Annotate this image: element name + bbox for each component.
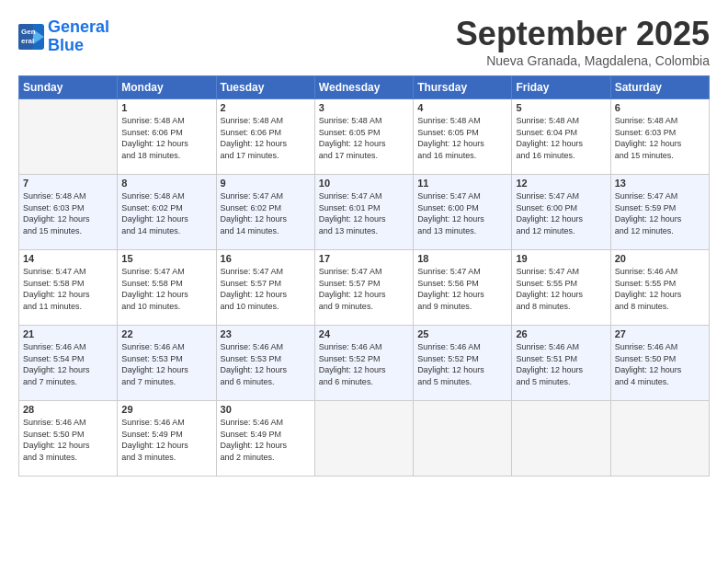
day-info: Sunrise: 5:46 AMSunset: 5:53 PMDaylight:… [221,341,311,387]
day-number: 20 [615,253,705,264]
logo-text: General Blue [48,18,109,55]
day-info: Sunrise: 5:48 AMSunset: 6:05 PMDaylight:… [417,115,507,161]
day-info: Sunrise: 5:46 AMSunset: 5:53 PMDaylight:… [121,341,211,387]
day-info: Sunrise: 5:47 AMSunset: 5:57 PMDaylight:… [221,266,311,312]
day-number: 11 [417,178,507,189]
day-info: Sunrise: 5:47 AMSunset: 5:58 PMDaylight:… [23,266,113,312]
svg-text:Gen: Gen [21,28,36,36]
day-number: 14 [23,253,113,264]
day-info: Sunrise: 5:46 AMSunset: 5:51 PMDaylight:… [516,341,606,387]
day-number: 2 [221,102,311,113]
table-row [19,99,118,175]
table-row: 30Sunrise: 5:46 AMSunset: 5:49 PMDayligh… [216,401,314,477]
table-row: 14Sunrise: 5:47 AMSunset: 5:58 PMDayligh… [19,250,118,326]
day-number: 10 [319,178,409,189]
day-number: 22 [121,328,211,339]
title-area: September 2025 Nueva Granada, Magdalena,… [456,15,710,68]
day-info: Sunrise: 5:46 AMSunset: 5:50 PMDaylight:… [23,417,113,463]
day-number: 16 [221,253,311,264]
day-info: Sunrise: 5:47 AMSunset: 6:00 PMDaylight:… [516,190,606,236]
table-row: 19Sunrise: 5:47 AMSunset: 5:55 PMDayligh… [512,250,610,326]
table-row: 5Sunrise: 5:48 AMSunset: 6:04 PMDaylight… [512,99,610,175]
day-info: Sunrise: 5:48 AMSunset: 6:02 PMDaylight:… [121,190,211,236]
day-info: Sunrise: 5:46 AMSunset: 5:54 PMDaylight:… [23,341,113,387]
table-row: 17Sunrise: 5:47 AMSunset: 5:57 PMDayligh… [314,250,413,326]
day-number: 21 [23,328,113,339]
day-number: 26 [516,328,606,339]
table-row [610,401,709,477]
header: Gen eral General Blue September 2025 Nue… [18,15,710,68]
day-info: Sunrise: 5:47 AMSunset: 6:02 PMDaylight:… [221,190,311,236]
day-info: Sunrise: 5:47 AMSunset: 5:57 PMDaylight:… [319,266,409,312]
day-info: Sunrise: 5:46 AMSunset: 5:49 PMDaylight:… [221,417,311,463]
header-saturday: Saturday [610,76,709,99]
day-number: 4 [417,102,507,113]
day-number: 9 [221,178,311,189]
table-row: 12Sunrise: 5:47 AMSunset: 6:00 PMDayligh… [512,175,610,250]
calendar-week-row: 7Sunrise: 5:48 AMSunset: 6:03 PMDaylight… [19,175,710,250]
day-number: 17 [319,253,409,264]
day-number: 6 [615,102,705,113]
day-number: 24 [319,328,409,339]
header-monday: Monday [118,76,216,99]
day-info: Sunrise: 5:46 AMSunset: 5:55 PMDaylight:… [615,266,705,312]
day-info: Sunrise: 5:47 AMSunset: 5:58 PMDaylight:… [121,266,211,312]
day-number: 28 [23,404,113,415]
table-row [414,401,512,477]
table-row: 9Sunrise: 5:47 AMSunset: 6:02 PMDaylight… [216,175,314,250]
day-number: 15 [121,253,211,264]
logo: Gen eral General Blue [18,18,109,55]
table-row: 28Sunrise: 5:46 AMSunset: 5:50 PMDayligh… [19,401,118,477]
day-number: 29 [121,404,211,415]
table-row: 27Sunrise: 5:46 AMSunset: 5:50 PMDayligh… [610,326,709,401]
month-title: September 2025 [456,15,710,53]
header-wednesday: Wednesday [314,76,413,99]
table-row: 7Sunrise: 5:48 AMSunset: 6:03 PMDaylight… [19,175,118,250]
table-row [512,401,610,477]
table-row: 29Sunrise: 5:46 AMSunset: 5:49 PMDayligh… [118,401,216,477]
header-thursday: Thursday [414,76,512,99]
day-info: Sunrise: 5:46 AMSunset: 5:50 PMDaylight:… [615,341,705,387]
day-number: 7 [23,178,113,189]
day-info: Sunrise: 5:48 AMSunset: 6:03 PMDaylight:… [23,190,113,236]
day-info: Sunrise: 5:48 AMSunset: 6:04 PMDaylight:… [516,115,606,161]
table-row: 6Sunrise: 5:48 AMSunset: 6:03 PMDaylight… [610,99,709,175]
day-number: 23 [221,328,311,339]
day-info: Sunrise: 5:46 AMSunset: 5:52 PMDaylight:… [417,341,507,387]
svg-text:eral: eral [21,37,34,45]
day-number: 8 [121,178,211,189]
day-number: 3 [319,102,409,113]
logo-line2: Blue [48,36,84,54]
day-info: Sunrise: 5:46 AMSunset: 5:52 PMDaylight:… [319,341,409,387]
table-row: 21Sunrise: 5:46 AMSunset: 5:54 PMDayligh… [19,326,118,401]
table-row: 2Sunrise: 5:48 AMSunset: 6:06 PMDaylight… [216,99,314,175]
day-number: 13 [615,178,705,189]
subtitle: Nueva Granada, Magdalena, Colombia [456,53,710,68]
calendar-week-row: 1Sunrise: 5:48 AMSunset: 6:06 PMDaylight… [19,99,710,175]
table-row: 23Sunrise: 5:46 AMSunset: 5:53 PMDayligh… [216,326,314,401]
header-sunday: Sunday [19,76,118,99]
table-row: 1Sunrise: 5:48 AMSunset: 6:06 PMDaylight… [118,99,216,175]
table-row: 20Sunrise: 5:46 AMSunset: 5:55 PMDayligh… [610,250,709,326]
day-number: 19 [516,253,606,264]
calendar-header-row: Sunday Monday Tuesday Wednesday Thursday… [19,76,710,99]
calendar-table: Sunday Monday Tuesday Wednesday Thursday… [18,75,710,477]
day-info: Sunrise: 5:47 AMSunset: 6:00 PMDaylight:… [417,190,507,236]
calendar-week-row: 28Sunrise: 5:46 AMSunset: 5:50 PMDayligh… [19,401,710,477]
table-row: 10Sunrise: 5:47 AMSunset: 6:01 PMDayligh… [314,175,413,250]
header-friday: Friday [512,76,610,99]
day-info: Sunrise: 5:47 AMSunset: 5:59 PMDaylight:… [615,190,705,236]
day-number: 18 [417,253,507,264]
day-number: 12 [516,178,606,189]
day-info: Sunrise: 5:48 AMSunset: 6:06 PMDaylight:… [121,115,211,161]
table-row: 25Sunrise: 5:46 AMSunset: 5:52 PMDayligh… [414,326,512,401]
header-tuesday: Tuesday [216,76,314,99]
table-row: 13Sunrise: 5:47 AMSunset: 5:59 PMDayligh… [610,175,709,250]
table-row: 4Sunrise: 5:48 AMSunset: 6:05 PMDaylight… [414,99,512,175]
table-row: 11Sunrise: 5:47 AMSunset: 6:00 PMDayligh… [414,175,512,250]
page: Gen eral General Blue September 2025 Nue… [0,0,728,563]
table-row: 22Sunrise: 5:46 AMSunset: 5:53 PMDayligh… [118,326,216,401]
day-info: Sunrise: 5:47 AMSunset: 5:55 PMDaylight:… [516,266,606,312]
table-row: 3Sunrise: 5:48 AMSunset: 6:05 PMDaylight… [314,99,413,175]
logo-icon: Gen eral [18,24,44,50]
